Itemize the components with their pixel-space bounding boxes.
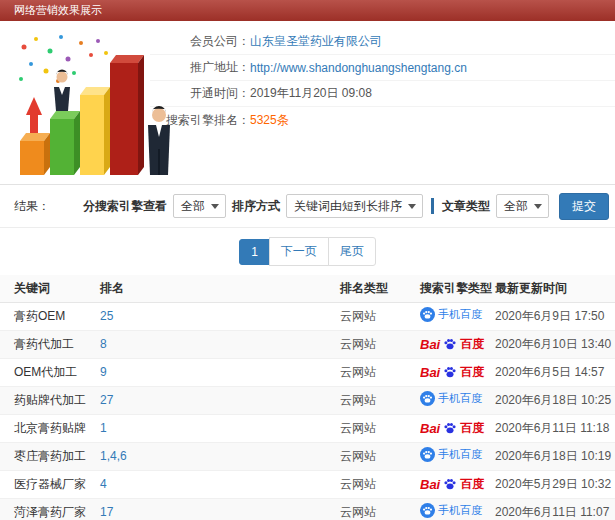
next-page-button[interactable]: 下一页 <box>269 237 329 266</box>
rank-link[interactable]: 9 <box>100 365 107 379</box>
engine-label: 手机百度 <box>438 391 482 406</box>
engine-label: 百度 <box>460 420 484 437</box>
rank-type-cell: 云网站 <box>340 358 420 386</box>
updated-cell: 2020年6月10日 13:40 <box>495 330 615 358</box>
keyword-cell: 药贴牌代加工 <box>0 386 86 414</box>
updated-cell: 2020年6月9日 17:50 <box>495 302 615 330</box>
article-type-value: 全部 <box>504 199 528 213</box>
header-engine-type: 搜索引擎类型 <box>420 275 495 302</box>
filter-separator <box>431 198 434 214</box>
page-number-current[interactable]: 1 <box>239 239 270 265</box>
engine-filter-value: 全部 <box>181 199 205 213</box>
page-title: 网络营销效果展示 <box>14 4 102 16</box>
rank-link[interactable]: 27 <box>100 393 113 407</box>
engine-cell: Bai 百度 <box>420 470 495 498</box>
results-label: 结果： <box>14 198 50 215</box>
app-header: 网络营销效果展示 <box>0 0 615 21</box>
keyword-cell: 膏药OEM <box>0 302 86 330</box>
results-table: 关键词 排名 排名类型 搜索引擎类型 最新更新时间 膏药OEM 25 云网站 手… <box>0 275 615 520</box>
engine-cell: Bai 百度 <box>420 414 495 442</box>
baidu-wordmark: Bai <box>420 365 440 380</box>
rank-link[interactable]: 1,4,6 <box>100 449 127 463</box>
updated-cell: 2020年6月11日 11:18 <box>495 414 615 442</box>
header-rank-type: 排名类型 <box>340 275 420 302</box>
table-row: 北京膏药贴牌 1 云网站 Bai 百度 2020年6月11日 11:18 <box>0 414 615 442</box>
rank-cell: 1 <box>86 414 340 442</box>
sort-filter-label: 排序方式 <box>232 198 280 215</box>
engine-cell: 手机百度 <box>420 442 495 470</box>
rank-type-cell: 云网站 <box>340 498 420 520</box>
chevron-down-icon <box>534 204 542 209</box>
submit-button[interactable]: 提交 <box>559 193 609 220</box>
rank-cell: 27 <box>86 386 340 414</box>
engine-cell: Bai 百度 <box>420 330 495 358</box>
table-header-row: 关键词 排名 排名类型 搜索引擎类型 最新更新时间 <box>0 275 615 302</box>
keyword-cell: 膏药代加工 <box>0 330 86 358</box>
promo-url-link[interactable]: http://www.shandonghuangshengtang.cn <box>250 61 467 75</box>
rank-cell: 25 <box>86 302 340 330</box>
growth-chart-illustration <box>6 29 188 179</box>
table-row: 膏药代加工 8 云网站 Bai 百度 2020年6月10日 13:40 <box>0 330 615 358</box>
filter-bar: 结果： 分搜索引擎查看 全部 排序方式 关键词由短到长排序 文章类型 全部 提交 <box>0 185 615 228</box>
rank-type-cell: 云网站 <box>340 470 420 498</box>
mobile-baidu-paw-icon <box>420 503 435 518</box>
rank-cell: 4 <box>86 470 340 498</box>
mobile-baidu-paw-icon <box>420 307 435 322</box>
info-rows: 会员公司： 山东皇圣堂药业有限公司 推广地址： http://www.shand… <box>150 21 615 133</box>
sort-filter-select[interactable]: 关键词由短到长排序 <box>286 194 423 218</box>
keyword-cell: 枣庄膏药加工 <box>0 442 86 470</box>
rank-cell: 8 <box>86 330 340 358</box>
sort-filter-value: 关键词由短到长排序 <box>294 199 402 213</box>
keyword-cell: 菏泽膏药厂家 <box>0 498 86 520</box>
updated-cell: 2020年6月11日 11:07 <box>495 498 615 520</box>
table-row: 膏药OEM 25 云网站 手机百度 2020年6月9日 17:50 <box>0 302 615 330</box>
last-page-button[interactable]: 尾页 <box>328 237 376 266</box>
member-company-row: 会员公司： 山东皇圣堂药业有限公司 <box>150 29 615 55</box>
baidu-paw-icon <box>443 421 457 435</box>
promo-url-row: 推广地址： http://www.shandonghuangshengtang.… <box>150 55 615 81</box>
businessman-left <box>54 70 70 112</box>
member-company-link[interactable]: 山东皇圣堂药业有限公司 <box>250 33 382 50</box>
engine-label: 百度 <box>460 336 484 353</box>
chevron-down-icon <box>211 204 219 209</box>
baidu-logo: Bai 百度 <box>420 476 484 493</box>
table-row: OEM代加工 9 云网站 Bai 百度 2020年6月5日 14:57 <box>0 358 615 386</box>
rank-type-cell: 云网站 <box>340 442 420 470</box>
rank-type-cell: 云网站 <box>340 330 420 358</box>
header-updated: 最新更新时间 <box>495 275 615 302</box>
businessman-right <box>148 106 170 175</box>
keyword-cell: OEM代加工 <box>0 358 86 386</box>
engine-cell: 手机百度 <box>420 498 495 520</box>
updated-cell: 2020年6月18日 10:25 <box>495 386 615 414</box>
mobile-baidu-paw-icon <box>420 391 435 406</box>
rank-link[interactable]: 25 <box>100 309 113 323</box>
filter-group: 分搜索引擎查看 全部 排序方式 关键词由短到长排序 文章类型 全部 提交 <box>83 193 609 220</box>
rank-type-cell: 云网站 <box>340 414 420 442</box>
engine-rank-row: 搜索引擎排名： 5325条 <box>150 107 615 133</box>
engine-label: 百度 <box>460 476 484 493</box>
baidu-wordmark: Bai <box>420 421 440 436</box>
rank-link[interactable]: 17 <box>100 505 113 519</box>
baidu-logo: Bai 百度 <box>420 420 484 437</box>
rank-cell: 9 <box>86 358 340 386</box>
chevron-down-icon <box>408 204 416 209</box>
updated-cell: 2020年5月29日 10:32 <box>495 470 615 498</box>
baidu-paw-icon <box>443 337 457 351</box>
rank-link[interactable]: 8 <box>100 337 107 351</box>
table-row: 菏泽膏药厂家 17 云网站 手机百度 2020年6月11日 11:07 <box>0 498 615 520</box>
keyword-cell: 北京膏药贴牌 <box>0 414 86 442</box>
open-time-value: 2019年11月20日 09:08 <box>250 85 372 102</box>
article-type-select[interactable]: 全部 <box>496 194 549 218</box>
engine-label: 手机百度 <box>438 503 482 518</box>
rank-link[interactable]: 4 <box>100 477 107 491</box>
article-type-label: 文章类型 <box>442 198 490 215</box>
updated-cell: 2020年6月18日 10:19 <box>495 442 615 470</box>
rank-link[interactable]: 1 <box>100 421 107 435</box>
baidu-paw-icon <box>443 477 457 491</box>
table-row: 药贴牌代加工 27 云网站 手机百度 2020年6月18日 10:25 <box>0 386 615 414</box>
mobile-baidu-logo: 手机百度 <box>420 307 482 322</box>
up-arrow-icon <box>26 97 42 133</box>
engine-filter-select[interactable]: 全部 <box>173 194 226 218</box>
open-time-row: 开通时间： 2019年11月20日 09:08 <box>150 81 615 107</box>
keyword-cell: 医疗器械厂家 <box>0 470 86 498</box>
